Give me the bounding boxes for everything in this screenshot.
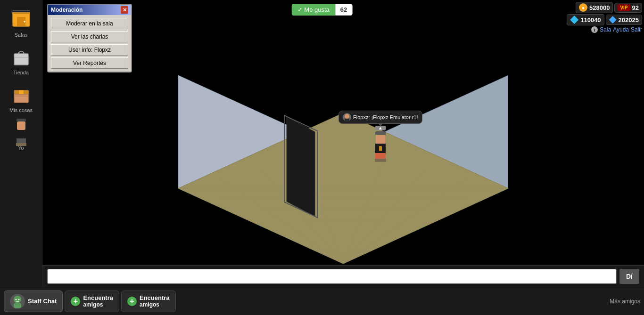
mod-ver-reportes-button[interactable]: Ver Reportes [51,57,128,69]
svg-rect-8 [19,90,24,94]
char-hat [375,131,386,135]
svg-rect-4 [14,54,28,65]
char-head [376,135,385,144]
tienda-label: Tienda [13,70,29,75]
yo-label: Yo [18,145,24,151]
salas-icon [9,8,33,31]
miscosas-label: Mis cosas [9,107,33,113]
vip-value: 92 [632,4,639,11]
game-area[interactable]: Flopxz: ¡Flopxz Emulator r1! ▲ [42,0,644,287]
encuentra-amigos-1-button[interactable]: + Encuentra amigos [65,291,119,312]
sala-link[interactable]: Sala [600,26,611,33]
speech-bubble: Flopxz: ¡Flopxz Emulator r1! [339,111,422,124]
currency-row1: ● 528000 VIP 92 [576,2,642,13]
tienda-icon [9,45,33,69]
encuentra-amigos-2-button[interactable]: + Encuentra amigos [121,291,176,312]
mod-body: Moderar en la sala Ver las charlas User … [48,15,131,72]
coin-icon: ● [579,3,587,12]
encuentra-amigos-1-text: Encuentra amigos [83,294,113,308]
coins-display: ● 528000 [576,2,613,13]
mod-close-button[interactable]: ✕ [121,6,128,14]
svg-rect-27 [345,119,349,121]
crystals-display: 202025 [606,15,642,25]
character: Flopxz: ¡Flopxz Emulator r1! ▲ [339,111,422,162]
vip-badge: VIP [618,4,630,11]
speech-text: Flopxz: ¡Flopxz Emulator r1! [353,114,418,120]
miscosas-icon [9,83,33,106]
svg-point-26 [345,114,349,119]
nav-arrow: ▲ [375,126,386,130]
svg-rect-29 [14,303,21,308]
svg-point-30 [16,299,17,300]
chat-send-button[interactable]: Dí [619,269,639,284]
bottom-nav: Staff Chat + Encuentra amigos + Encuentr… [0,287,644,315]
salir-link[interactable]: Salir [631,26,642,33]
diamond-icon [570,16,578,24]
crystal-icon [609,16,617,24]
svg-marker-24 [287,117,315,217]
sidebar: Salas Tienda Mis cosas [0,0,42,292]
ayuda-link[interactable]: Ayuda [613,26,629,33]
mod-moderar-sala-button[interactable]: Moderar en la sala [51,18,128,29]
sidebar-item-tienda[interactable]: Tienda [3,42,39,78]
encuentra-amigos-2-add-icon: + [127,297,137,306]
crystals-value: 202025 [619,16,639,24]
top-right-panel: ● 528000 VIP 92 110040 202025 i Sala Ayu… [565,0,644,35]
char-feet [375,159,386,162]
coins-value: 528000 [589,4,610,11]
svg-point-31 [18,299,20,300]
chat-bar: Dí [42,265,644,287]
info-icon: i [591,26,598,33]
bubble-avatar [343,113,351,121]
sidebar-item-miscosas[interactable]: Mis cosas [3,80,39,116]
svg-point-2 [24,21,25,23]
sidebar-item-yo[interactable]: Yo [3,118,39,153]
vip-display: VIP 92 [614,3,642,13]
diamonds-display: 110040 [567,14,604,25]
room-container: Flopxz: ¡Flopxz Emulator r1! ▲ [178,38,508,273]
char-body [375,144,386,153]
salas-label: Salas [15,32,28,38]
encuentra-amigos-2-text: Encuentra amigos [140,294,170,308]
moderation-panel: Moderación ✕ Moderar en la sala Ver las … [47,4,132,73]
mod-user-info-button[interactable]: User info: Flopxz [51,44,128,56]
links-row: i Sala Ayuda Salir [591,26,642,33]
like-count: 62 [335,4,352,16]
svg-point-28 [14,296,21,303]
diamonds-value: 110040 [580,16,601,24]
like-bar: ✓ Me gusta 62 [292,4,353,16]
mod-title-bar: Moderación ✕ [48,5,131,15]
staff-chat-icon [10,294,25,309]
sidebar-item-salas[interactable]: Salas [3,5,39,40]
room: Flopxz: ¡Flopxz Emulator r1! ▲ [178,38,508,264]
staff-chat-label: Staff Chat [28,298,57,305]
staff-chat-button[interactable]: Staff Chat [4,291,63,312]
currency-row2: 110040 202025 [567,14,642,25]
mod-title: Moderación [51,7,83,13]
char-shorts [375,153,386,159]
svg-rect-3 [12,12,30,14]
yo-icon [9,121,33,144]
character-sprite [375,131,386,162]
mod-ver-charlas-button[interactable]: Ver las charlas [51,31,128,42]
chat-input[interactable] [47,269,617,284]
encuentra-amigos-1-add-icon: + [71,297,80,306]
mas-amigos-link[interactable]: Más amigos [610,298,640,305]
like-button[interactable]: ✓ Me gusta [292,4,335,16]
